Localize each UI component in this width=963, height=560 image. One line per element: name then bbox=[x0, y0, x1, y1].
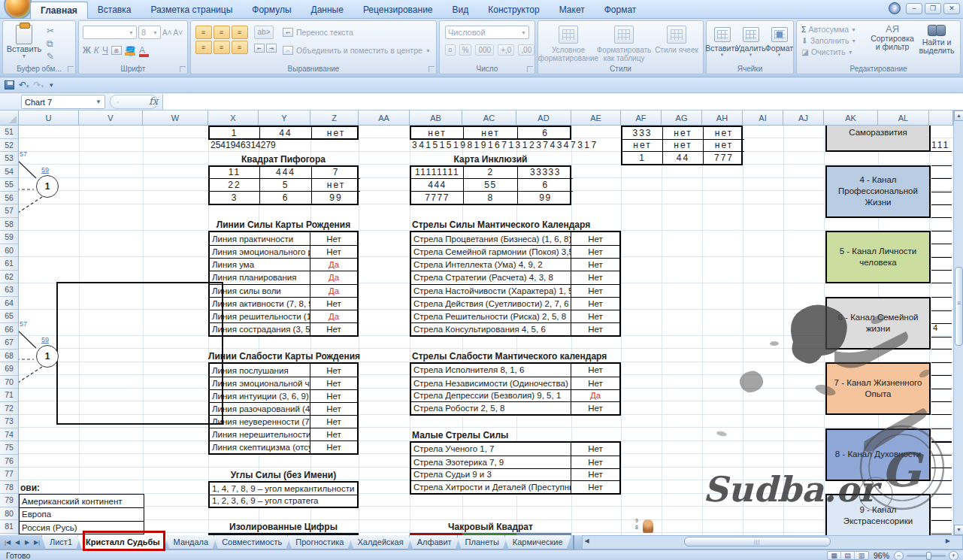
row-header[interactable]: 72 bbox=[0, 402, 18, 416]
column-header[interactable]: AA bbox=[359, 110, 410, 126]
align-top-button[interactable]: ≡ bbox=[195, 26, 212, 39]
column-header[interactable]: AJ bbox=[783, 110, 824, 126]
sheet-tab[interactable]: Совместимость bbox=[213, 535, 290, 549]
column-header[interactable]: AB bbox=[410, 110, 462, 126]
dialog-launcher-icon[interactable] bbox=[180, 66, 186, 72]
row-header[interactable]: 75 bbox=[0, 441, 18, 455]
row-header[interactable]: 59 bbox=[0, 231, 18, 244]
normal-view-icon[interactable]: ▦ bbox=[828, 552, 841, 559]
find-select-button[interactable]: Найти и выделить bbox=[913, 25, 960, 55]
zoom-out-icon[interactable]: − bbox=[894, 551, 904, 560]
copy-icon[interactable]: ⧉ bbox=[47, 38, 54, 49]
last-sheet-icon[interactable]: ▶| bbox=[32, 539, 41, 546]
delete-cells-button[interactable]: Удалить ▼ bbox=[737, 27, 765, 57]
format-as-table-button[interactable]: Форматировать как таблицу bbox=[597, 26, 651, 62]
row-header[interactable]: 70 bbox=[0, 376, 18, 389]
font-color-icon[interactable]: А bbox=[139, 45, 145, 56]
autosum-button[interactable]: Σ Автосумма▼ bbox=[801, 25, 856, 34]
shape-circle-1[interactable]: 1 bbox=[36, 345, 59, 368]
sheet-tab[interactable]: Кармические bbox=[504, 535, 571, 549]
ribbon-tab[interactable]: Конструктор bbox=[478, 2, 549, 19]
scroll-up-icon[interactable]: ▲ bbox=[954, 110, 963, 121]
vertical-scroll-thumb[interactable] bbox=[955, 267, 963, 346]
horizontal-scrollbar[interactable]: ◀ ||| ▶ bbox=[582, 535, 963, 549]
align-left-button[interactable]: ≡ bbox=[195, 41, 212, 54]
row-header[interactable]: 68 bbox=[0, 350, 18, 363]
column-header[interactable]: V bbox=[79, 110, 143, 126]
ribbon-tab[interactable]: Вид bbox=[443, 2, 479, 19]
increase-indent-icon[interactable]: ⇥ bbox=[266, 44, 277, 53]
sheet-tab[interactable]: Лист1 bbox=[41, 535, 80, 549]
merge-center-button[interactable]: Объединить и поместить в центре bbox=[296, 46, 422, 55]
column-header[interactable]: AL bbox=[878, 110, 929, 126]
font-size-combo[interactable]: 8▼ bbox=[138, 26, 161, 39]
spreadsheet-grid[interactable]: 5152535455565758596061626364656667686970… bbox=[0, 126, 953, 535]
align-middle-button[interactable]: ≡ bbox=[213, 26, 230, 39]
column-header[interactable]: Z bbox=[310, 110, 359, 126]
sheet-tab[interactable]: Планеты bbox=[457, 535, 507, 549]
horizontal-scroll-thumb[interactable]: ||| bbox=[684, 537, 831, 546]
ribbon-tab[interactable]: Главная bbox=[30, 2, 88, 19]
row-header[interactable]: 56 bbox=[0, 192, 18, 205]
conditional-formatting-button[interactable]: Условное форматирование bbox=[541, 26, 595, 62]
row-header[interactable]: 53 bbox=[0, 152, 18, 165]
row-header[interactable]: 67 bbox=[0, 336, 18, 350]
help-icon[interactable]: ? bbox=[889, 2, 901, 14]
redo-icon[interactable]: ↷▾ bbox=[34, 80, 44, 90]
vertical-scrollbar[interactable]: ▲ ▼ bbox=[953, 110, 963, 535]
fill-color-icon[interactable]: 🪣 bbox=[125, 46, 136, 56]
dialog-launcher-icon[interactable] bbox=[429, 66, 435, 72]
decrease-decimal-icon[interactable]: ,00 bbox=[518, 44, 534, 56]
column-header[interactable]: AF bbox=[621, 110, 662, 126]
ribbon-tab[interactable]: Вставка bbox=[88, 2, 141, 19]
row-header[interactable]: 66 bbox=[0, 323, 18, 337]
row-header[interactable]: 58 bbox=[0, 218, 18, 232]
row-header[interactable]: 65 bbox=[0, 310, 18, 323]
undo-icon[interactable]: ↶▾ bbox=[19, 80, 29, 90]
dialog-launcher-icon[interactable] bbox=[527, 66, 533, 72]
scroll-left-icon[interactable]: ◀ bbox=[585, 537, 589, 544]
row-header[interactable]: 79 bbox=[0, 494, 18, 507]
decrease-indent-icon[interactable]: ⇤ bbox=[254, 44, 265, 53]
ribbon-tab[interactable]: Рецензирование bbox=[353, 2, 443, 19]
zoom-level[interactable]: 96% bbox=[874, 551, 889, 560]
name-box[interactable]: Chart 7 ▼ bbox=[21, 95, 105, 109]
row-header[interactable]: 55 bbox=[0, 178, 18, 192]
currency-format-icon[interactable]: ¤ bbox=[445, 44, 456, 56]
sheet-tab[interactable]: Халдейская bbox=[349, 535, 411, 549]
thousands-format-icon[interactable]: 000 bbox=[475, 44, 494, 56]
row-header[interactable]: 61 bbox=[0, 257, 18, 271]
ribbon-tab[interactable]: Данные bbox=[301, 2, 353, 19]
shape-circle-1[interactable]: 1 bbox=[36, 175, 59, 198]
row-header[interactable]: 64 bbox=[0, 297, 18, 310]
ribbon-tab[interactable]: Разметка страницы bbox=[141, 2, 242, 19]
fill-button[interactable]: ⬇ Заполнить▼ bbox=[801, 36, 856, 45]
format-cells-button[interactable]: Формат ▼ bbox=[765, 27, 793, 57]
bold-button[interactable]: Ж bbox=[83, 45, 91, 56]
row-header[interactable]: 57 bbox=[0, 204, 18, 218]
row-header[interactable]: 63 bbox=[0, 283, 18, 297]
close-button[interactable]: ✕ bbox=[943, 3, 960, 14]
first-sheet-icon[interactable]: |◀ bbox=[3, 539, 12, 546]
column-header[interactable]: AG bbox=[662, 110, 702, 126]
borders-icon[interactable]: ⊞ bbox=[111, 46, 122, 55]
align-center-button[interactable]: ≡ bbox=[213, 41, 230, 54]
column-header[interactable]: AD bbox=[516, 110, 571, 126]
qat-customize-icon[interactable]: ▼ bbox=[48, 82, 54, 89]
sheet-tab[interactable]: Алфавит bbox=[409, 535, 460, 549]
row-header[interactable]: 60 bbox=[0, 244, 18, 258]
zoom-slider-handle[interactable] bbox=[926, 552, 931, 560]
zoom-in-icon[interactable]: + bbox=[949, 551, 958, 560]
column-header[interactable]: Y bbox=[259, 110, 310, 126]
prev-sheet-icon[interactable]: ◀ bbox=[13, 539, 22, 546]
row-header[interactable]: 74 bbox=[0, 428, 18, 442]
row-header[interactable]: 76 bbox=[0, 455, 18, 468]
sheet-tab[interactable]: Прогностика bbox=[287, 535, 352, 549]
scroll-down-icon[interactable]: ▼ bbox=[954, 525, 963, 535]
sheet-tab[interactable]: Мандала bbox=[165, 535, 217, 549]
restore-button[interactable]: ❐ bbox=[925, 3, 941, 14]
save-icon[interactable] bbox=[5, 80, 14, 89]
row-header[interactable]: 80 bbox=[0, 507, 18, 521]
row-header[interactable]: 78 bbox=[0, 481, 18, 495]
ribbon-tab[interactable]: Формат bbox=[595, 2, 647, 19]
